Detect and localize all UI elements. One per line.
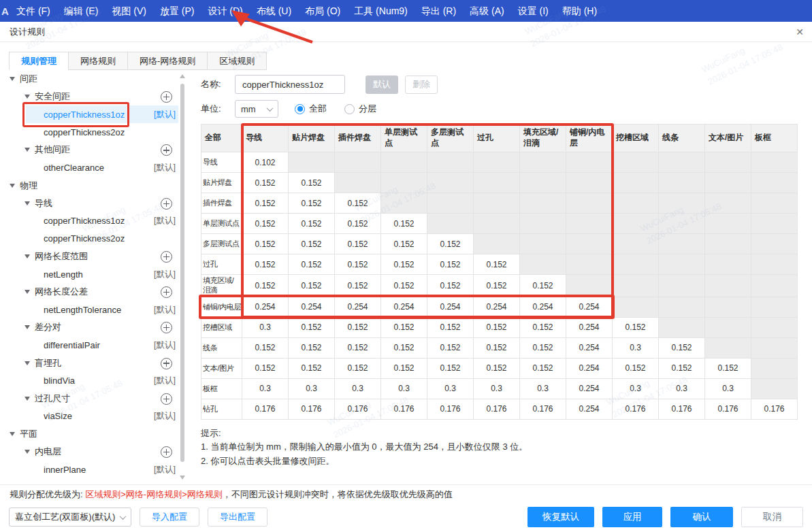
clearance-cell[interactable]: 0.152	[335, 337, 381, 358]
column-header[interactable]: 板框	[751, 124, 798, 152]
clearance-cell[interactable]: 0.3	[242, 378, 289, 399]
column-header[interactable]: 文本/图片	[705, 124, 751, 152]
clearance-cell[interactable]: 0.254	[242, 297, 289, 317]
clearance-cell[interactable]: 0.152	[242, 358, 289, 378]
clearance-cell[interactable]: 0.3	[659, 378, 705, 399]
row-header[interactable]: 插件焊盘	[201, 193, 242, 214]
menu-item[interactable]: 高级 (A)	[463, 0, 511, 22]
tab-2[interactable]: 网络-网络规则	[127, 52, 208, 70]
column-header[interactable]: 填充区域/泪滴	[520, 124, 566, 152]
tree-expand-icon[interactable]	[10, 77, 15, 81]
clearance-cell[interactable]: 0.152	[520, 275, 566, 297]
menu-item[interactable]: 文件 (F)	[10, 0, 57, 22]
clearance-cell[interactable]: 0.3	[381, 378, 427, 399]
row-header[interactable]: 板框	[201, 378, 242, 399]
tree-group[interactable]: 过孔尺寸	[0, 390, 194, 408]
clearance-cell[interactable]: 0.176	[659, 399, 705, 419]
tree-expand-icon[interactable]	[25, 450, 30, 454]
clearance-cell[interactable]: 0.152	[242, 193, 289, 214]
tree-group[interactable]: 网络长度范围	[0, 248, 194, 265]
menu-item[interactable]: 布局 (O)	[298, 0, 347, 22]
clearance-cell[interactable]: 0.152	[474, 254, 520, 275]
tree-item[interactable]: netLengthTolerance[默认]	[0, 301, 194, 318]
default-button[interactable]: 默认	[366, 76, 398, 94]
clearance-cell[interactable]: 0.152	[659, 358, 705, 378]
tree-expand-icon[interactable]	[25, 397, 30, 401]
clearance-cell[interactable]: 0.176	[705, 399, 751, 419]
tree-expand-icon[interactable]	[25, 290, 30, 294]
tree-group[interactable]: 安全间距	[0, 88, 194, 105]
clearance-cell[interactable]: 0.152	[381, 234, 427, 254]
clearance-cell[interactable]: 0.254	[427, 297, 474, 317]
clearance-cell[interactable]: 0.254	[474, 297, 520, 317]
clearance-cell[interactable]: 0.254	[566, 337, 613, 358]
tree-item[interactable]: blindVia[默认]	[0, 372, 194, 390]
clearance-cell[interactable]: 0.152	[335, 275, 381, 297]
tree-item[interactable]: copperThickness1oz[默认]	[0, 212, 194, 230]
clearance-cell[interactable]: 0.176	[381, 399, 427, 419]
tree-expand-icon[interactable]	[25, 201, 30, 205]
clearance-cell[interactable]: 0.152	[242, 275, 289, 297]
add-rule-icon[interactable]	[161, 91, 172, 103]
clearance-cell[interactable]: 0.152	[289, 214, 335, 234]
clearance-cell[interactable]: 0.3	[520, 378, 566, 399]
clearance-cell[interactable]: 0.254	[566, 317, 613, 337]
row-header[interactable]: 挖槽区域	[201, 317, 242, 337]
clearance-cell[interactable]: 0.3	[474, 378, 520, 399]
clearance-cell[interactable]: 0.176	[242, 399, 289, 419]
tree-group[interactable]: 网络长度公差	[0, 283, 194, 301]
tree-item[interactable]: innerPlane[默认]	[0, 461, 194, 478]
clearance-cell[interactable]: 0.152	[335, 254, 381, 275]
corner-header[interactable]: 全部	[201, 124, 242, 152]
tree-item[interactable]: viaSize[默认]	[0, 408, 194, 425]
clearance-cell[interactable]: 0.254	[566, 358, 613, 378]
clearance-cell[interactable]: 0.176	[335, 399, 381, 419]
clearance-cell[interactable]: 0.152	[613, 317, 659, 337]
tab-1[interactable]: 网络规则	[68, 52, 128, 70]
clearance-cell[interactable]: 0.152	[705, 358, 751, 378]
clearance-cell[interactable]: 0.254	[520, 297, 566, 317]
clearance-cell[interactable]: 0.152	[242, 337, 289, 358]
row-header[interactable]: 铺铜/内电层	[201, 297, 242, 317]
apply-button[interactable]: 应用	[602, 507, 662, 527]
tree-group[interactable]: 盲埋孔	[0, 354, 194, 372]
tree-expand-icon[interactable]	[25, 254, 30, 259]
clearance-cell[interactable]: 0.152	[427, 254, 474, 275]
clearance-cell[interactable]: 0.152	[335, 358, 381, 378]
tree-group[interactable]: 间距	[0, 70, 194, 88]
process-select[interactable]: 嘉立创工艺(双面板)(默认)	[9, 508, 131, 527]
column-header[interactable]: 过孔	[474, 124, 520, 152]
clearance-cell[interactable]: 0.254	[566, 297, 613, 317]
tree-expand-icon[interactable]	[10, 432, 15, 436]
clearance-cell[interactable]: 0.176	[520, 399, 566, 419]
clearance-cell[interactable]: 0.102	[242, 152, 289, 173]
tree-item[interactable]: otherClearance[默认]	[0, 159, 194, 176]
row-header[interactable]: 多层测试点	[201, 234, 242, 254]
menu-item[interactable]: 编辑 (E)	[57, 0, 105, 22]
clearance-cell[interactable]: 0.152	[335, 193, 381, 214]
export-config-button[interactable]: 导出配置	[208, 508, 267, 527]
tree-item[interactable]: copperThickness1oz[默认]	[0, 105, 194, 123]
tree-group[interactable]: 差分对	[0, 318, 194, 336]
unit-select[interactable]: mm	[235, 100, 278, 118]
clearance-cell[interactable]: 0.152	[381, 358, 427, 378]
clearance-cell[interactable]: 0.152	[289, 173, 335, 193]
clearance-cell[interactable]: 0.176	[427, 399, 474, 419]
row-header[interactable]: 钻孔	[201, 399, 242, 419]
clearance-cell[interactable]: 0.152	[289, 358, 335, 378]
add-rule-icon[interactable]	[161, 322, 172, 333]
delete-button[interactable]: 删除	[405, 76, 438, 94]
clearance-cell[interactable]: 0.152	[242, 234, 289, 254]
tree-expand-icon[interactable]	[25, 325, 30, 329]
tree-group[interactable]: 导线	[0, 195, 194, 212]
tree-expand-icon[interactable]	[10, 184, 15, 188]
clearance-cell[interactable]: 0.152	[474, 337, 520, 358]
menu-item[interactable]: 布线 (U)	[250, 0, 298, 22]
clearance-cell[interactable]: 0.152	[242, 254, 289, 275]
clearance-cell[interactable]: 0.152	[381, 214, 427, 234]
column-header[interactable]: 挖槽区域	[613, 124, 659, 152]
tree-scrollbar[interactable]	[180, 73, 185, 481]
add-rule-icon[interactable]	[161, 144, 172, 156]
menu-item[interactable]: 设计 (D)	[201, 0, 249, 22]
import-config-button[interactable]: 导入配置	[140, 508, 199, 527]
